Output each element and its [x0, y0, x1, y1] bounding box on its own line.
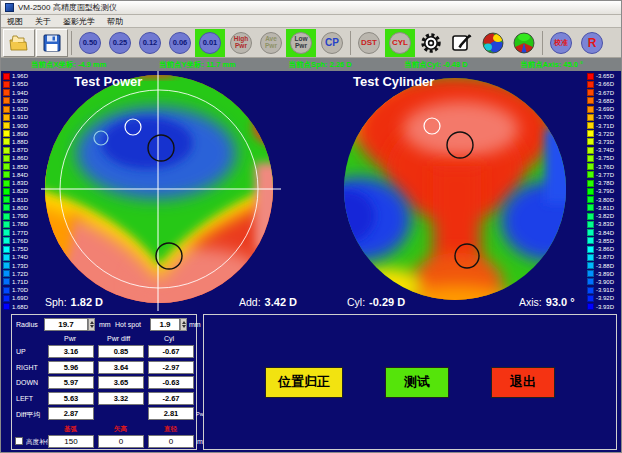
scale-entry: 1.70D: [3, 286, 35, 294]
open-file-button[interactable]: [3, 29, 35, 57]
scale-label: 1.72D: [12, 271, 28, 277]
comp-sag-input[interactable]: [98, 435, 144, 448]
menu-item-1[interactable]: 关于: [35, 16, 51, 27]
position-reset-button[interactable]: 位置归正: [265, 367, 343, 398]
scale-entry: -3.69D: [587, 105, 619, 113]
test-button[interactable]: 测试: [385, 367, 449, 398]
scale-label: 1.92D: [12, 106, 28, 112]
scale-entry: 1.80D: [3, 204, 35, 212]
pwr-diff-value: 3.65: [98, 376, 144, 389]
scale-entry: 1.82D: [3, 187, 35, 195]
r-button[interactable]: R: [577, 29, 607, 57]
pwr-value: 5.63: [48, 392, 94, 405]
scale-color-chip: [3, 89, 10, 96]
comp-base-curve-input[interactable]: [48, 435, 94, 448]
title-bar: VM-2500 高精度面型检测仪: [1, 1, 621, 15]
scale-label: 1.75D: [12, 246, 28, 252]
scale-color-chip: [3, 278, 10, 285]
scale-entry: -3.79D: [587, 187, 619, 195]
scale-color-chip: [587, 246, 594, 253]
scale-label: -3.84D: [596, 230, 614, 236]
scale-label: -3.78D: [596, 180, 614, 186]
scale-entry: 1.87D: [3, 146, 35, 154]
scale-entry: 1.96D: [3, 72, 35, 80]
cylinder-map[interactable]: [339, 71, 573, 315]
precision-button-0.01[interactable]: 0.01: [195, 29, 225, 57]
edit-button[interactable]: [447, 29, 477, 57]
scale-entry: 1.68D: [3, 303, 35, 311]
scale-entry: -3.82D: [587, 212, 619, 220]
scale-label: 1.79D: [12, 213, 28, 219]
contour-map-icon: [482, 32, 504, 54]
scale-color-chip: [3, 180, 10, 187]
scale-label: 1.85D: [12, 164, 28, 170]
power-map-view-button[interactable]: [478, 29, 508, 57]
save-button[interactable]: [36, 29, 68, 57]
scale-entry: 1.83D: [3, 179, 35, 187]
scale-label: 1.77D: [12, 230, 28, 236]
scale-color-chip: [587, 204, 594, 211]
dst-button[interactable]: DST: [354, 29, 384, 57]
precision-button-0.06[interactable]: 0.06: [165, 29, 195, 57]
settings-button[interactable]: [416, 29, 446, 57]
scale-color-chip: [3, 138, 10, 145]
scale-label: 1.95D: [12, 81, 28, 87]
power-mode-button-2[interactable]: Low Pwr: [286, 29, 316, 57]
scale-label: 1.82D: [12, 188, 28, 194]
power-map-title: Test Power: [74, 74, 142, 89]
scale-color-chip: [3, 114, 10, 121]
status-bar: 当前点X坐标: -4.9 mm当前点Y坐标: 11.7 mm当前点Sph: 2.…: [1, 58, 621, 71]
scale-label: 1.70D: [12, 287, 28, 293]
precision-button-0.50[interactable]: 0.50: [75, 29, 105, 57]
pwr-value: 3.16: [48, 345, 94, 358]
scale-label: -3.91D: [596, 287, 614, 293]
power-map[interactable]: [41, 71, 281, 315]
cp-button[interactable]: CP: [317, 29, 347, 57]
radius-input[interactable]: [44, 318, 88, 331]
dst-label: DST: [361, 38, 377, 47]
comp-diameter-input[interactable]: [148, 435, 194, 448]
menu-item-3[interactable]: 帮助: [107, 16, 123, 27]
scale-label: 1.74D: [12, 254, 28, 260]
measurement-panel: Radius mm Hot spot mm Pwr Pwr diff Cyl U…: [11, 314, 197, 450]
scale-label: -3.89D: [596, 271, 614, 277]
hotspot-input[interactable]: [150, 318, 180, 331]
menu-item-0[interactable]: 视图: [7, 16, 23, 27]
comp-header-diameter: 直径: [164, 425, 177, 434]
power-mode-button-0[interactable]: High Pwr: [226, 29, 256, 57]
sph-label: Sph:: [45, 296, 67, 308]
scale-entry: 1.90D: [3, 121, 35, 129]
scale-label: 1.81D: [12, 197, 28, 203]
calibrate-button[interactable]: 校准: [546, 29, 576, 57]
scale-label: -3.92D: [596, 295, 614, 301]
avg-row: Diff平均 2.87 2.81 Pwr极值差: [12, 407, 196, 421]
precision-label: 0.25: [109, 32, 131, 54]
status-item-2: 当前点Sph: 2.26 D: [288, 60, 351, 70]
cylinder-map-view-button[interactable]: [509, 29, 539, 57]
radius-spinner[interactable]: [88, 318, 95, 331]
scale-entry: 1.77D: [3, 228, 35, 236]
power-mode-circle: Ave Pwr: [260, 32, 282, 54]
precision-button-0.12[interactable]: 0.12: [135, 29, 165, 57]
hotspot-spinner[interactable]: [180, 318, 187, 331]
cyl-button[interactable]: CYL: [385, 29, 415, 57]
hotspot-label: Hot spot: [115, 321, 141, 328]
scale-label: -3.83D: [596, 221, 614, 227]
scale-color-chip: [3, 106, 10, 113]
scale-entry: -3.67D: [587, 88, 619, 96]
exit-button[interactable]: 退出: [491, 367, 555, 398]
window-title: VM-2500 高精度面型检测仪: [18, 2, 117, 13]
scale-entry: -3.84D: [587, 228, 619, 236]
scale-entry: 1.74D: [3, 253, 35, 261]
scale-color-chip: [587, 270, 594, 277]
scale-label: 1.83D: [12, 180, 28, 186]
scale-color-chip: [587, 130, 594, 137]
height-comp-checkbox[interactable]: [15, 437, 23, 445]
pwr-value: 5.97: [48, 376, 94, 389]
axis-value: 93.0 °: [546, 296, 575, 308]
precision-button-0.25[interactable]: 0.25: [105, 29, 135, 57]
power-mode-button-1[interactable]: Ave Pwr: [256, 29, 286, 57]
menu-item-2[interactable]: 鉴影光学: [63, 16, 95, 27]
scale-entry: 1.78D: [3, 220, 35, 228]
scale-label: -3.67D: [596, 90, 614, 96]
